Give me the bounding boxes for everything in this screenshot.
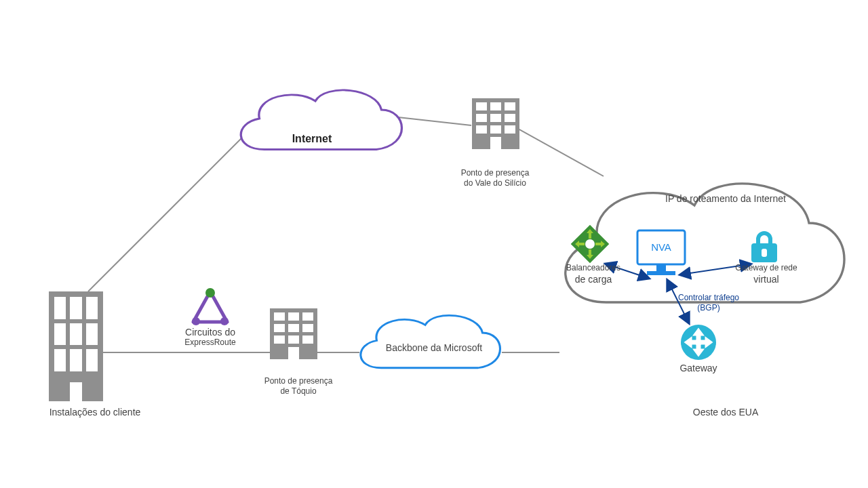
- expressroute-label-2: ExpressRoute: [173, 338, 248, 347]
- nva-label: NVA: [644, 241, 678, 253]
- svg-point-18: [205, 288, 215, 298]
- diagram-stage: Instalações do cliente Internet Circuito…: [0, 0, 868, 488]
- svg-point-10: [585, 239, 595, 249]
- ctrl-label-1: Controlar tráfego: [668, 293, 749, 302]
- expressroute-label-1: Circuitos do: [173, 327, 248, 338]
- customer-building-icon: [49, 291, 103, 401]
- ms-backbone-label: Backbone da Microsoft: [370, 342, 498, 354]
- customer-premises-label: Instalações do cliente: [34, 407, 156, 418]
- pop-sv-label-2: do Vale do Silício: [441, 178, 549, 188]
- svg-point-19: [192, 317, 200, 325]
- svg-point-20: [220, 317, 229, 325]
- ctrl-label-2: (BGP): [668, 303, 749, 312]
- lb-label-1: Balanceadores: [559, 263, 627, 272]
- pop-tokyo-label-2: de Tóquio: [251, 386, 346, 396]
- gateway-router-icon: [681, 325, 716, 360]
- gateway-label: Gateway: [671, 363, 726, 374]
- expressroute-icon: [192, 288, 229, 325]
- vng-label-2: virtual: [726, 274, 807, 285]
- big-cloud-title-label: IP de roteamento da Internet: [637, 193, 814, 205]
- region-label: Oeste dos EUA: [671, 407, 780, 418]
- pop-sv-building-icon: [472, 98, 519, 149]
- vng-label-1: Gateway de rede: [726, 263, 807, 272]
- connector-lines: [88, 115, 604, 352]
- pop-sv-label-1: Ponto de presença: [441, 168, 549, 178]
- svg-rect-12: [762, 249, 767, 257]
- svg-rect-8: [647, 271, 675, 275]
- pop-tokyo-building-icon: [270, 308, 317, 359]
- svg-point-14: [695, 339, 702, 346]
- svg-line-0: [88, 136, 244, 291]
- lb-label-2: de carga: [559, 274, 627, 285]
- pop-tokyo-label-1: Ponto de presença: [251, 376, 346, 386]
- svg-rect-7: [656, 264, 666, 271]
- internet-label: Internet: [271, 132, 353, 145]
